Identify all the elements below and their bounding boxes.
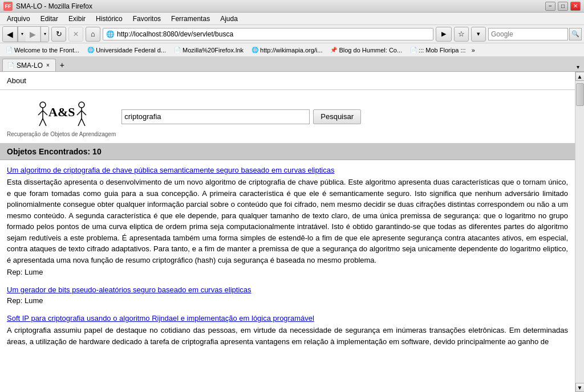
search-area: A&S Recuperação de Objetos de Aprendizag…: [0, 90, 575, 144]
bookmark-icon-3: 🌐: [252, 47, 258, 53]
menu-historico[interactable]: Histórico: [91, 14, 127, 24]
tab-icon: 📄: [7, 62, 14, 68]
title-bar: FF SMA-LO - Mozilla Firefox − □ ✕: [0, 0, 584, 13]
svg-line-3: [43, 111, 47, 115]
bookmark-icon-5: 📄: [410, 47, 417, 53]
forward-dropdown[interactable]: ▾: [40, 27, 48, 42]
svg-text:A&S: A&S: [48, 105, 75, 119]
browser-search-go[interactable]: 🔍: [569, 28, 582, 40]
logo-svg: A&S: [30, 96, 93, 130]
svg-line-5: [43, 119, 46, 126]
svg-line-9: [77, 111, 82, 115]
result-title-0[interactable]: Um algoritmo de criptografia de chave pú…: [7, 166, 568, 174]
results-header: Objetos Encontrados: 10: [0, 144, 575, 160]
bookmark-menu[interactable]: ▾: [471, 27, 486, 42]
browser-search-input[interactable]: [488, 28, 568, 40]
bookmark-label-1: Universidade Federal d...: [96, 47, 166, 54]
page-content: About A&S: [0, 72, 584, 392]
menu-bar: Arquivo Editar Exibir Histórico Favorito…: [0, 13, 584, 25]
back-forward-group: ◀ ▾ ▶ ▾: [2, 26, 49, 42]
address-bar: 🌐: [103, 28, 433, 40]
tab-sma-lo[interactable]: 📄 SMA-LO ×: [2, 59, 56, 71]
bookmark-label-2: Mozilla%20Firefox.lnk: [182, 47, 244, 54]
nav-bar: ◀ ▾ ▶ ▾ ↻ ✕ ⌂ 🌐 ▶ ☆ ▾ 🔍: [0, 25, 584, 43]
address-go-button[interactable]: ▶: [436, 27, 452, 42]
svg-line-11: [78, 119, 82, 126]
scroll-up-button[interactable]: ▲: [575, 72, 585, 81]
forward-button[interactable]: ▶: [26, 27, 40, 42]
menu-ajuda[interactable]: Ajuda: [216, 14, 242, 24]
results-count: Objetos Encontrados: 10: [7, 147, 102, 156]
result-item-2: Soft IP para criptografia usando o algor…: [7, 314, 568, 347]
bookmark-icon-2: 📄: [174, 47, 181, 53]
scrollbar: ▲ ▼: [575, 72, 584, 392]
about-link[interactable]: About: [7, 76, 26, 85]
bookmark-label-0: Welcome to the Front...: [14, 47, 79, 54]
bookmark-icon-4: 📌: [330, 47, 337, 53]
tab-scroll-button[interactable]: ▾: [574, 63, 582, 71]
back-dropdown[interactable]: ▾: [18, 27, 26, 42]
bookmark-icon-1: 🌐: [87, 47, 94, 53]
result-title-1[interactable]: Um gerador de bits pseudo-aleatórios seg…: [7, 285, 568, 294]
browser-icon: FF: [3, 2, 13, 11]
maximize-button[interactable]: □: [558, 2, 568, 11]
bookmark-1[interactable]: 🌐 Universidade Federal d...: [84, 46, 169, 55]
menu-exibir[interactable]: Exibir: [64, 14, 90, 24]
search-button[interactable]: Pesquisar: [313, 109, 361, 124]
bookmark-2[interactable]: 📄 Mozilla%20Firefox.lnk: [171, 46, 247, 55]
address-input[interactable]: [117, 30, 431, 38]
menu-favoritos[interactable]: Favoritos: [128, 14, 165, 24]
bookmark-3[interactable]: 🌐 http://wikimapia.org/i...: [248, 46, 326, 55]
bookmark-5[interactable]: 📄 ::: Mob Floripa :::: [407, 46, 469, 55]
stop-button[interactable]: ✕: [68, 27, 83, 42]
window-title: SMA-LO - Mozilla Firefox: [16, 2, 545, 10]
bookmark-icon-0: 📄: [6, 47, 13, 53]
minimize-button[interactable]: −: [545, 2, 555, 11]
bookmark-label-5: ::: Mob Floripa :::: [419, 47, 466, 54]
scrollbar-thumb[interactable]: [576, 83, 584, 106]
svg-line-12: [82, 119, 85, 126]
new-tab-button[interactable]: +: [56, 59, 68, 71]
bookmark-label-3: http://wikimapia.org/i...: [260, 47, 322, 54]
tab-close-button[interactable]: ×: [45, 62, 51, 68]
svg-point-0: [40, 102, 46, 108]
window-controls: − □ ✕: [545, 2, 581, 11]
reload-button[interactable]: ↻: [51, 27, 66, 42]
home-button[interactable]: ⌂: [86, 27, 100, 42]
scrollbar-track: [575, 81, 585, 383]
tab-label: SMA-LO: [17, 62, 43, 70]
bookmark-0[interactable]: 📄 Welcome to the Front...: [2, 46, 83, 55]
result-title-2[interactable]: Soft IP para criptografia usando o algor…: [7, 314, 568, 322]
bookmark-label-4: Blog do Hummel: Co...: [339, 47, 402, 54]
bookmarks-more[interactable]: »: [472, 47, 475, 54]
search-input[interactable]: [121, 109, 310, 124]
logo-subtitle: Recuperação de Objetos de Aprendizagem: [7, 131, 116, 137]
result-description-0: Esta dissertação apresenta o desenvolvim…: [7, 177, 568, 266]
result-rep-0: Rep: Lume: [7, 268, 568, 276]
tab-bar: 📄 SMA-LO × + ▾: [0, 57, 584, 72]
svg-line-4: [39, 119, 43, 126]
bookmark-star[interactable]: ☆: [454, 27, 469, 42]
svg-line-2: [38, 111, 43, 115]
search-form: Pesquisar: [121, 109, 361, 124]
result-item-0: Um algoritmo de criptografia de chave pú…: [7, 166, 568, 276]
bookmark-4[interactable]: 📌 Blog do Hummel: Co...: [327, 46, 405, 55]
address-icon: 🌐: [106, 30, 115, 39]
results-content: Um algoritmo de criptografia de chave pú…: [0, 160, 575, 362]
menu-ferramentas[interactable]: Ferramentas: [167, 14, 214, 24]
menu-editar[interactable]: Editar: [36, 14, 63, 24]
svg-point-7: [79, 102, 84, 108]
result-description-2: A criptografia assumiu papel de destaque…: [7, 325, 568, 347]
about-section: About: [0, 72, 575, 90]
result-item-1: Um gerador de bits pseudo-aleatórios seg…: [7, 285, 568, 305]
back-button[interactable]: ◀: [3, 27, 18, 42]
browser-search-bar: 🔍: [488, 28, 582, 40]
result-rep-1: Rep: Lume: [7, 296, 568, 305]
close-button[interactable]: ✕: [570, 2, 581, 11]
svg-line-10: [82, 111, 86, 115]
menu-arquivo[interactable]: Arquivo: [2, 14, 35, 24]
bookmarks-bar: 📄 Welcome to the Front... 🌐 Universidade…: [0, 43, 584, 57]
scroll-down-button[interactable]: ▼: [575, 383, 585, 392]
main-area: About A&S: [0, 72, 575, 392]
logo-area: A&S Recuperação de Objetos de Aprendizag…: [7, 96, 116, 137]
